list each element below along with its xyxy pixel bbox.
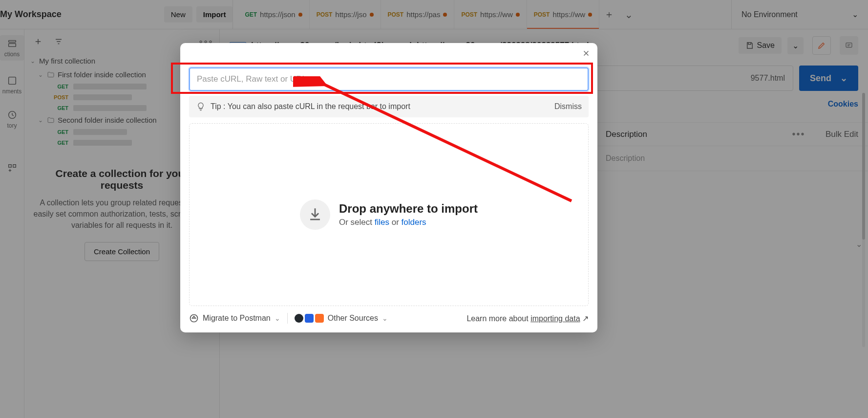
migrate-icon (189, 313, 199, 323)
select-files-link[interactable]: files (375, 218, 389, 227)
source-logos-icon (295, 314, 324, 323)
dropzone-text: Drop anywhere to import Or select files … (339, 202, 478, 227)
other-sources-button[interactable]: Other Sources ⌄ (295, 314, 388, 323)
lightbulb-icon (196, 102, 206, 111)
migrate-button[interactable]: Migrate to Postman ⌄ (189, 313, 280, 323)
import-icon (300, 199, 330, 230)
tip-bar: Tip : You can also paste cURL in the req… (189, 96, 589, 117)
close-icon (582, 49, 591, 58)
modal-footer: Migrate to Postman ⌄ Other Sources ⌄ Lea… (189, 306, 589, 324)
chevron-down-icon: ⌄ (275, 314, 280, 322)
import-text-input[interactable] (189, 67, 589, 91)
divider (287, 313, 288, 324)
chevron-down-icon: ⌄ (382, 314, 388, 322)
tip-dismiss-button[interactable]: Dismiss (554, 102, 582, 111)
learn-more-link[interactable]: Learn more about importing data ↗ (466, 314, 589, 323)
import-modal: Tip : You can also paste cURL in the req… (180, 43, 597, 332)
select-folders-link[interactable]: folders (402, 218, 426, 227)
import-dropzone[interactable]: Drop anywhere to import Or select files … (189, 123, 589, 306)
modal-close-button[interactable] (582, 48, 591, 61)
external-link-icon: ↗ (582, 314, 589, 323)
